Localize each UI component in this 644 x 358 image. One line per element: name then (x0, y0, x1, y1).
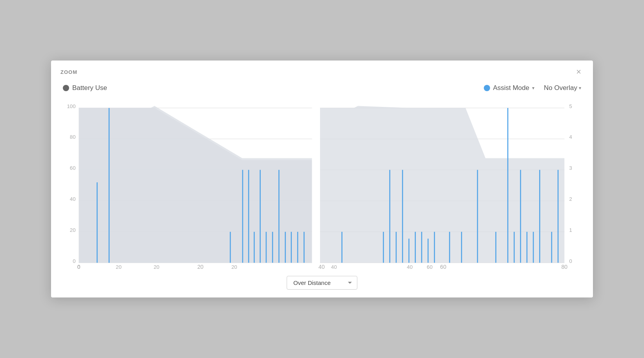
modal-title: ZOOM (60, 69, 77, 75)
svg-text:20: 20 (116, 264, 122, 269)
svg-text:20: 20 (197, 264, 203, 269)
chart-area: 0 20 40 60 80 100 0 1 2 3 4 5 (63, 96, 581, 269)
assist-label: Assist Mode (493, 84, 529, 92)
bottom-controls: Over Distance Over Time (63, 276, 581, 290)
svg-text:3: 3 (569, 165, 572, 171)
svg-text:0: 0 (569, 258, 572, 264)
svg-text:0: 0 (77, 264, 80, 269)
svg-text:60: 60 (70, 165, 76, 171)
battery-label: Battery Use (72, 84, 107, 92)
svg-text:5: 5 (569, 103, 572, 109)
svg-text:80: 80 (70, 134, 76, 140)
assist-mode-legend[interactable]: Assist Mode ▾ (484, 84, 534, 92)
battery-dot (63, 85, 69, 91)
zoom-modal: ZOOM × Battery Use Assist Mode ▾ No Over… (51, 61, 593, 297)
chart-svg: 0 20 40 60 80 100 0 1 2 3 4 5 (63, 96, 581, 269)
assist-dot (484, 85, 490, 91)
svg-text:40: 40 (318, 264, 325, 269)
legend-left: Battery Use (63, 84, 107, 92)
svg-text:0: 0 (73, 258, 75, 264)
overlay-label: No Overlay (544, 84, 577, 92)
svg-rect-20 (312, 104, 320, 264)
svg-text:60: 60 (440, 264, 446, 269)
svg-text:20: 20 (70, 227, 76, 233)
overlay-legend[interactable]: No Overlay ▾ (544, 84, 581, 92)
svg-text:80: 80 (561, 264, 567, 269)
svg-text:20: 20 (231, 264, 237, 269)
overlay-arrow: ▾ (579, 85, 581, 91)
close-button[interactable]: × (574, 67, 584, 77)
modal-overlay: ZOOM × Battery Use Assist Mode ▾ No Over… (0, 0, 644, 358)
svg-text:100: 100 (67, 103, 75, 109)
assist-arrow: ▾ (532, 85, 534, 91)
svg-text:40: 40 (70, 196, 76, 202)
x-axis-select[interactable]: Over Distance Over Time (287, 276, 357, 290)
svg-text:60: 60 (427, 264, 433, 269)
legend-right: Assist Mode ▾ No Overlay ▾ (484, 84, 581, 92)
modal-body: Battery Use Assist Mode ▾ No Overlay ▾ (51, 80, 593, 297)
modal-header: ZOOM × (51, 61, 593, 80)
svg-text:40: 40 (331, 264, 337, 269)
svg-text:2: 2 (569, 196, 572, 202)
svg-text:4: 4 (569, 134, 572, 140)
legend-row: Battery Use Assist Mode ▾ No Overlay ▾ (63, 84, 581, 92)
svg-text:40: 40 (407, 264, 413, 269)
svg-text:1: 1 (569, 227, 572, 233)
svg-text:20: 20 (154, 264, 159, 269)
